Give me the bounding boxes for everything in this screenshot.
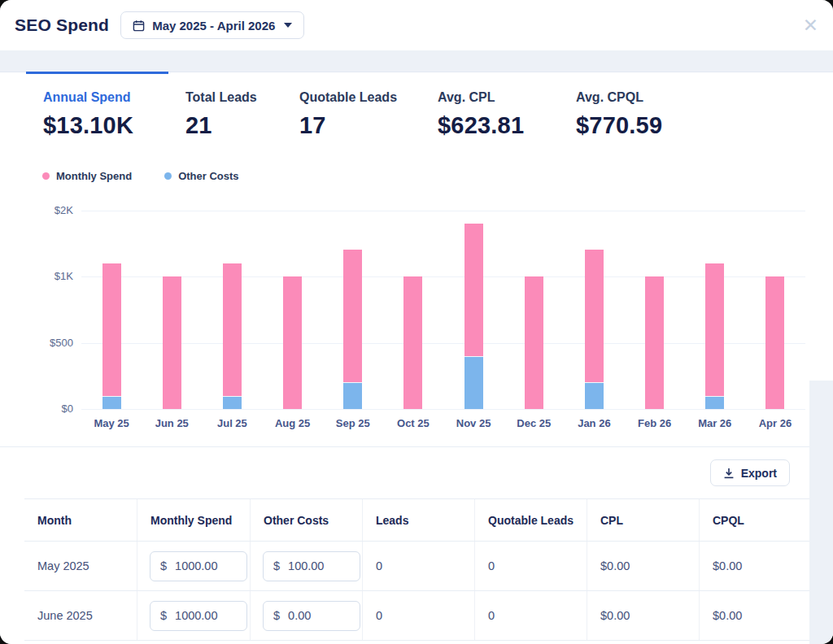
bar-segment-monthly-spend — [525, 276, 543, 409]
x-axis-tick-label: Aug 25 — [263, 417, 323, 429]
bar-apr-26[interactable] — [765, 276, 784, 409]
export-button[interactable]: Export — [710, 459, 790, 486]
stats-row: Annual Spend $13.10K Total Leads 21 Quot… — [0, 72, 833, 159]
bar-jul-25[interactable] — [223, 263, 242, 409]
close-icon[interactable]: ✕ — [800, 13, 822, 38]
spend-bar-chart: $0$500$1K$2K May 25Jun 25Jul 25Aug 25Sep… — [0, 194, 833, 446]
bar-segment-monthly-spend — [585, 250, 604, 382]
y-axis-tick-label: $2K — [33, 204, 73, 216]
bar-segment-other-costs — [705, 396, 724, 409]
x-axis-tick-label: Feb 26 — [625, 417, 685, 429]
date-range-label: May 2025 - April 2026 — [152, 19, 275, 33]
legend-item-monthly-spend: Monthly Spend — [42, 170, 132, 182]
modal-header: SEO Spend May 2025 - April 2026 ✕ — [0, 0, 833, 50]
legend-dot-blue — [164, 172, 172, 180]
stat-label: Annual Spend — [43, 90, 168, 105]
bar-sep-25[interactable] — [343, 250, 362, 409]
bar-may-25[interactable] — [102, 263, 121, 409]
monthly-spend-cell: $ — [137, 591, 250, 640]
quotable-leads-cell: 0 — [474, 542, 587, 590]
date-range-button[interactable]: May 2025 - April 2026 — [120, 11, 304, 39]
bar-segment-monthly-spend — [223, 263, 242, 396]
x-axis-tick-label: Oct 25 — [383, 417, 443, 429]
monthly-spend[interactable]: $ — [150, 551, 247, 581]
column-header-month: Month — [24, 499, 137, 541]
bar-segment-monthly-spend — [102, 263, 121, 396]
cpql-cell: $0.00 — [699, 591, 809, 640]
chevron-down-icon — [284, 23, 292, 28]
stat-value: 21 — [185, 112, 282, 139]
cpl-cell: $0.00 — [587, 542, 699, 590]
cpql-cell: $0.00 — [699, 542, 809, 590]
bar-segment-other-costs — [223, 396, 242, 409]
currency-prefix: $ — [160, 609, 167, 622]
bar-oct-25[interactable] — [403, 276, 422, 409]
leads-cell: 0 — [362, 542, 474, 590]
gridline — [81, 211, 805, 211]
tab-quotable-leads[interactable]: Quotable Leads 17 — [282, 90, 421, 159]
stat-label: Total Leads — [185, 90, 282, 105]
stat-value: $623.81 — [438, 112, 559, 139]
x-axis-tick-label: Jun 25 — [142, 417, 202, 429]
legend-label: Monthly Spend — [56, 170, 132, 182]
table-row: June 2025$$00$0.00$0.00 — [24, 591, 809, 641]
x-axis-tick-label: May 25 — [81, 417, 142, 429]
bar-dec-25[interactable] — [525, 276, 543, 409]
tab-total-leads[interactable]: Total Leads 21 — [168, 90, 282, 159]
legend-dot-pink — [42, 172, 50, 180]
bar-segment-monthly-spend — [765, 276, 784, 409]
monthly-spend-input[interactable] — [175, 609, 240, 622]
bar-nov-25[interactable] — [464, 224, 483, 409]
leads-cell: 0 — [362, 591, 474, 640]
y-axis-tick-label: $1K — [33, 270, 73, 282]
bar-mar-26[interactable] — [705, 263, 724, 409]
column-header-cpql: CPQL — [699, 499, 809, 541]
bar-segment-other-costs — [585, 382, 604, 409]
monthly-spend-input[interactable] — [175, 559, 240, 572]
currency-prefix: $ — [273, 609, 280, 622]
x-axis-tick-label: Nov 25 — [443, 417, 504, 429]
month-cell: June 2025 — [24, 591, 137, 640]
tab-annual-spend[interactable]: Annual Spend $13.10K — [26, 90, 168, 159]
monthly-spend-table: Month Monthly Spend Other Costs Leads Qu… — [24, 498, 809, 641]
table-row: May 2025$$00$0.00$0.00 — [24, 542, 809, 591]
other-costs[interactable]: $ — [263, 601, 360, 631]
active-tab-indicator — [26, 72, 168, 74]
seo-spend-modal: SEO Spend May 2025 - April 2026 ✕ Annual… — [0, 0, 833, 644]
currency-prefix: $ — [160, 559, 167, 572]
bar-jun-25[interactable] — [163, 276, 181, 409]
x-axis-tick-label: Apr 26 — [745, 417, 805, 429]
gridline — [81, 343, 805, 344]
table-body: May 2025$$00$0.00$0.00June 2025$$00$0.00… — [24, 542, 809, 641]
bar-jan-26[interactable] — [585, 250, 604, 409]
legend-label: Other Costs — [178, 170, 238, 182]
x-axis-tick-label: Jul 25 — [202, 417, 262, 429]
monthly-spend[interactable]: $ — [150, 601, 247, 631]
bar-segment-monthly-spend — [705, 263, 724, 396]
bar-segment-monthly-spend — [403, 276, 422, 409]
other-costs-input[interactable] — [288, 559, 353, 572]
table-toolbar: Export — [0, 446, 833, 498]
bar-segment-monthly-spend — [343, 250, 362, 382]
tab-avg-cpql[interactable]: Avg. CPQL $770.59 — [559, 90, 697, 159]
other-costs-input[interactable] — [288, 609, 353, 622]
column-header-other-costs: Other Costs — [250, 499, 362, 541]
bar-segment-other-costs — [464, 356, 483, 409]
stat-label: Avg. CPL — [438, 90, 559, 105]
bar-feb-26[interactable] — [645, 276, 664, 409]
gridline — [81, 409, 805, 410]
bar-aug-25[interactable] — [283, 276, 302, 409]
cpl-cell: $0.00 — [587, 591, 699, 640]
x-axis-tick-label: Jan 26 — [564, 417, 624, 429]
tab-avg-cpl[interactable]: Avg. CPL $623.81 — [421, 90, 559, 159]
monthly-spend-cell: $ — [137, 542, 250, 590]
right-scroll-gutter — [809, 381, 833, 644]
calendar-icon — [133, 20, 145, 32]
x-axis-tick-label: Dec 25 — [504, 417, 564, 429]
bar-segment-monthly-spend — [645, 276, 664, 409]
currency-prefix: $ — [273, 559, 280, 572]
stat-value: $770.59 — [576, 112, 697, 139]
page-background-band — [0, 50, 833, 72]
other-costs[interactable]: $ — [263, 551, 360, 581]
quotable-leads-cell: 0 — [474, 591, 587, 640]
